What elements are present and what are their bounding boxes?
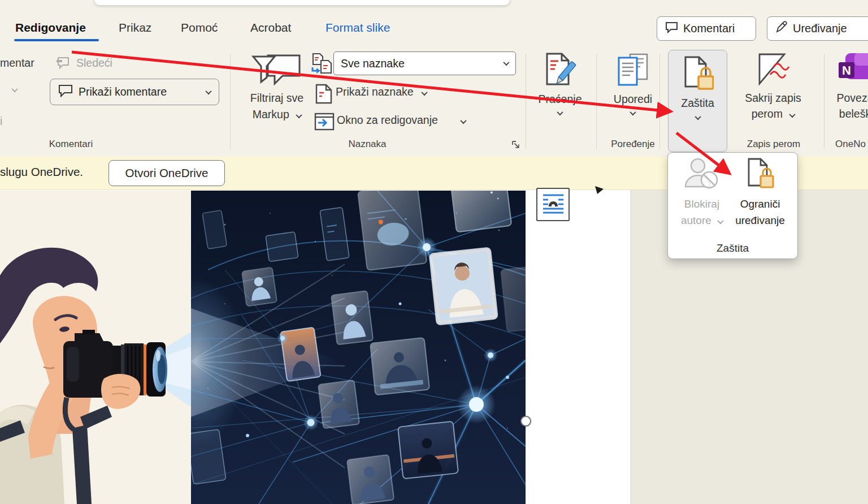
chevron-down-icon: [695, 114, 701, 120]
restrict-editing-label-line1: Ograniči: [740, 196, 780, 212]
menu-item-restrict-editing[interactable]: Ograniči uređivanje: [731, 157, 789, 229]
word-app-window: Redigovanje Prikaz Pomoć Acrobat Format …: [0, 0, 868, 504]
chevron-down-icon: [421, 89, 427, 96]
filter-markup-button[interactable]: Filtriraj sve Markup: [237, 92, 316, 121]
ink-group-label: Zapis perom: [739, 139, 808, 150]
next-comment-label[interactable]: Sledeći: [76, 57, 112, 70]
markup-group-label: Naznaka: [339, 139, 396, 150]
hide-ink-button[interactable]: Sakrij zapis perom: [736, 52, 810, 120]
reviewing-pane-button[interactable]: Okno za redigovanje: [337, 114, 466, 127]
chevron-down-icon: [630, 109, 636, 115]
next-comment-icon[interactable]: [54, 56, 71, 73]
network-illustration: [191, 191, 526, 504]
hide-ink-label-line1: Sakrij zapis: [745, 92, 801, 105]
layout-options-icon: [541, 192, 565, 218]
previous-partial-label[interactable]: i: [0, 115, 2, 128]
group-separator: [824, 54, 824, 149]
filter-markup-label-line2: Markup: [253, 108, 301, 121]
comments-group-label: Komentari: [44, 139, 98, 150]
search-box[interactable]: [94, 0, 510, 6]
show-markup-icon[interactable]: [315, 83, 333, 107]
group-separator: [230, 54, 231, 149]
show-markup-button[interactable]: Prikaži naznake: [336, 85, 427, 98]
doc-lock-icon: [682, 55, 714, 95]
group-separator: [526, 54, 526, 149]
group-separator: [596, 54, 597, 149]
filter-funnel-icon: [251, 53, 303, 92]
active-tab-underline: [14, 39, 99, 41]
selection-handle[interactable]: [520, 416, 531, 427]
show-comments-label: Prikaži komentare: [79, 85, 167, 98]
cursor-icon: [593, 185, 606, 196]
copy-markup-icon[interactable]: [311, 53, 333, 77]
block-authors-icon: [683, 157, 721, 192]
hide-ink-icon: [757, 52, 789, 91]
document-image[interactable]: [0, 191, 526, 504]
compare-docs-icon: [617, 52, 649, 92]
compare-button[interactable]: Uporedi: [606, 52, 660, 115]
chevron-down-icon: [205, 88, 211, 94]
onenote-icon: N: [837, 52, 868, 91]
chevron-down-icon: [296, 112, 302, 118]
reviewing-pane-icon[interactable]: [314, 111, 335, 134]
open-onedrive-button[interactable]: Otvori OneDrive: [108, 160, 225, 186]
chevron-down-icon[interactable]: [11, 86, 18, 92]
restrict-editing-label-line2: uređivanje: [735, 212, 785, 229]
chevron-down-icon: [789, 111, 796, 118]
filter-markup-label-line1: Filtriraj sve: [250, 92, 303, 105]
chevron-down-icon: [717, 218, 723, 224]
comments-button[interactable]: Komentari: [657, 16, 756, 41]
show-markup-label: Prikaži naznake: [336, 85, 414, 98]
group-separator: [659, 54, 660, 149]
dialog-launcher-icon[interactable]: [511, 140, 520, 152]
editing-mode-button[interactable]: Uređivanje: [767, 16, 868, 41]
doc-lock-icon: [746, 157, 774, 192]
comment-bubble-icon: [665, 21, 678, 36]
block-authors-label-line1: Blokiraj: [684, 196, 719, 212]
chevron-down-icon: [503, 59, 509, 66]
tracking-button[interactable]: Praćenje: [532, 52, 588, 115]
notification-message: slugu OneDrive.: [0, 165, 83, 179]
compare-group-label: Poređenje: [606, 139, 660, 150]
reviewing-pane-label: Okno za redigovanje: [337, 114, 438, 126]
protect-button[interactable]: Zaštita: [668, 50, 727, 152]
comment-bubble-icon: [58, 84, 73, 100]
block-authors-label-line2: autore: [681, 212, 723, 229]
protect-menu-footer-label: Zaštita: [668, 242, 797, 255]
pencil-icon: [775, 21, 788, 36]
compare-label: Uporedi: [614, 93, 652, 106]
tab-pomoc[interactable]: Pomoć: [181, 21, 218, 35]
linked-notes-label-line2: belešk: [839, 107, 868, 120]
protect-label: Zaštita: [681, 97, 714, 110]
linked-notes-label-line1: Poveza: [836, 92, 868, 105]
layout-options-button[interactable]: [536, 188, 570, 221]
onenote-group-label: OneNo: [835, 139, 868, 150]
chevron-down-icon: [461, 118, 467, 124]
new-comment-partial-label[interactable]: mentar: [0, 57, 34, 70]
svg-text:N: N: [842, 63, 851, 77]
tab-prikaz[interactable]: Prikaz: [119, 21, 151, 35]
tab-format-slike[interactable]: Format slike: [326, 21, 390, 35]
markup-select-value: Sve naznake: [341, 57, 405, 70]
linked-notes-button[interactable]: N Poveza belešk: [835, 52, 868, 120]
chevron-down-icon: [557, 109, 563, 115]
photographer-illustration: [0, 191, 191, 504]
tracking-doc-pencil-icon: [544, 52, 576, 92]
protect-dropdown-menu: Blokiraj autore Ograniči uređivanje Zašt…: [667, 152, 798, 259]
menu-item-block-authors[interactable]: Blokiraj autore: [678, 157, 726, 229]
markup-display-select[interactable]: Sve naznake: [333, 51, 516, 75]
hide-ink-label-line2: perom: [752, 107, 795, 120]
tab-redigovanje[interactable]: Redigovanje: [15, 21, 86, 35]
tracking-label: Praćenje: [539, 93, 582, 106]
editing-button-label: Uređivanje: [793, 22, 847, 35]
tab-acrobat[interactable]: Acrobat: [250, 21, 291, 35]
comments-button-label: Komentari: [683, 22, 735, 35]
show-comments-button[interactable]: Prikaži komentare: [50, 79, 219, 105]
